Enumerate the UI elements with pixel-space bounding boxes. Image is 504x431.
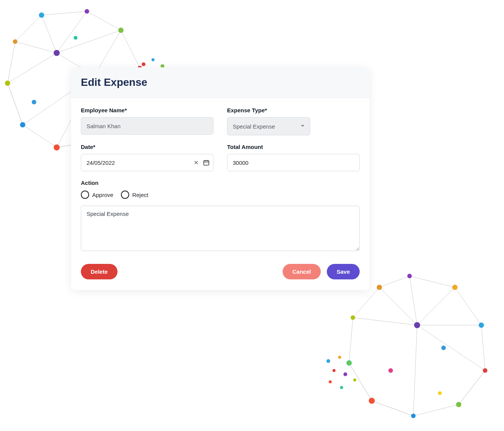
svg-point-31	[351, 315, 355, 320]
modal-body: Employee Name* Expense Type* Special Exp…	[71, 98, 369, 253]
svg-point-16	[142, 62, 145, 66]
svg-point-17	[152, 58, 155, 61]
employee-name-input[interactable]	[81, 117, 213, 135]
decorative-dots	[319, 352, 364, 397]
svg-point-7	[20, 122, 25, 127]
svg-point-0	[39, 12, 44, 18]
svg-point-14	[32, 100, 36, 104]
employee-name-label: Employee Name*	[81, 107, 213, 113]
clear-icon[interactable]	[194, 160, 199, 165]
svg-point-6	[54, 144, 60, 150]
date-field: Date*	[81, 144, 213, 171]
modal-header: Edit Expense	[71, 67, 369, 98]
delete-button[interactable]: Delete	[81, 264, 117, 279]
modal-title: Edit Expense	[81, 76, 360, 88]
notes-textarea[interactable]	[81, 206, 360, 251]
decorative-network-graphic	[342, 268, 493, 420]
svg-point-32	[377, 285, 382, 290]
approve-radio-label: Approve	[92, 192, 113, 198]
svg-rect-45	[204, 161, 209, 165]
svg-point-44	[353, 378, 356, 381]
svg-point-12	[74, 36, 77, 40]
reject-radio[interactable]: Reject	[121, 191, 148, 199]
edit-expense-modal: Edit Expense Employee Name* Expense Type…	[71, 67, 369, 290]
svg-point-41	[343, 372, 347, 376]
calendar-icon[interactable]	[203, 159, 210, 166]
svg-point-40	[332, 369, 335, 372]
svg-point-42	[329, 380, 332, 383]
svg-point-36	[438, 391, 442, 395]
total-amount-input[interactable]	[227, 154, 360, 171]
radio-icon	[121, 191, 129, 199]
svg-point-10	[54, 50, 60, 56]
expense-type-field: Expense Type* Special Expense	[227, 107, 360, 135]
approve-radio[interactable]: Approve	[81, 191, 113, 199]
reject-radio-label: Reject	[132, 192, 148, 198]
svg-point-2	[118, 28, 124, 33]
svg-point-9	[13, 39, 17, 44]
svg-point-23	[407, 274, 412, 278]
employee-name-field: Employee Name*	[81, 107, 213, 135]
svg-point-34	[441, 346, 446, 350]
action-label: Action	[81, 180, 360, 186]
svg-point-28	[411, 414, 416, 418]
modal-footer: Delete Cancel Save	[71, 253, 369, 290]
svg-point-8	[5, 81, 10, 86]
expense-type-label: Expense Type*	[227, 107, 360, 113]
action-field: Action Approve Reject	[81, 180, 360, 199]
svg-point-25	[479, 322, 484, 328]
svg-point-43	[340, 386, 343, 389]
svg-point-30	[346, 360, 352, 366]
svg-point-1	[85, 9, 89, 14]
svg-point-27	[456, 402, 461, 407]
total-amount-label: Total Amount	[227, 144, 360, 150]
svg-point-33	[414, 322, 420, 328]
total-amount-field: Total Amount	[227, 144, 360, 171]
date-label: Date*	[81, 144, 213, 150]
expense-type-select[interactable]: Special Expense	[227, 118, 310, 135]
svg-point-24	[452, 285, 458, 290]
save-button[interactable]: Save	[327, 264, 360, 279]
cancel-button[interactable]: Cancel	[283, 264, 321, 279]
svg-point-26	[483, 368, 487, 373]
svg-point-37	[326, 359, 330, 363]
svg-point-38	[338, 356, 341, 359]
svg-point-29	[369, 398, 375, 404]
radio-icon	[81, 191, 89, 199]
svg-point-35	[388, 368, 393, 373]
svg-point-39	[347, 361, 351, 365]
